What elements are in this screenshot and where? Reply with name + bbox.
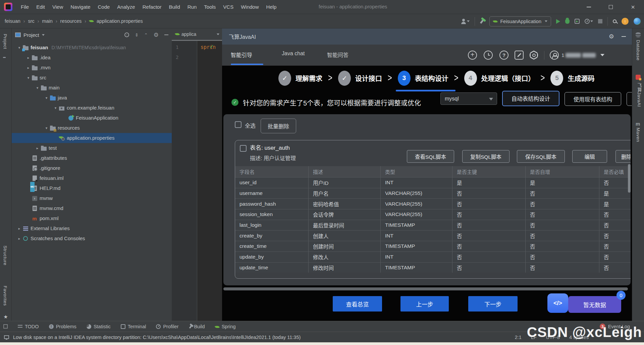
tool-window-button-profiler[interactable]: Profiler bbox=[156, 324, 178, 329]
table-row[interactable]: last_login最后登录时间TIMESTAMP否否否 bbox=[235, 220, 631, 230]
tree-item--idea[interactable]: ▸.idea bbox=[12, 53, 172, 63]
wizard-step-done[interactable]: ✓设计接口 bbox=[338, 71, 382, 86]
table-row[interactable]: update_by修改人INT否否否 bbox=[235, 252, 631, 262]
tree-chevron-icon[interactable]: ▾ bbox=[53, 103, 58, 113]
tree-item-help-md[interactable]: MDHELP.md bbox=[12, 183, 172, 193]
copy-sql-button[interactable]: 复制SQL脚本 bbox=[462, 150, 509, 163]
breadcrumb-item[interactable]: resources bbox=[60, 18, 82, 24]
menu-vcs[interactable]: VCS bbox=[219, 4, 237, 10]
menu-edit[interactable]: Edit bbox=[33, 4, 49, 10]
gear-icon[interactable]: ⚙ bbox=[154, 31, 159, 39]
project-panel-title[interactable]: Project bbox=[23, 32, 39, 38]
maximize-button[interactable] bbox=[600, 0, 622, 14]
horizontal-scrollbar[interactable] bbox=[223, 287, 628, 290]
table-row[interactable]: session_token会话令牌VARCHAR(255)否否否 bbox=[235, 209, 631, 220]
tool-window-button-terminal[interactable]: Terminal bbox=[121, 324, 146, 329]
build-hammer-icon[interactable] bbox=[480, 19, 484, 24]
tree-chevron-icon[interactable]: ▾ bbox=[44, 123, 49, 133]
search-icon[interactable] bbox=[613, 19, 616, 23]
new-session-icon[interactable] bbox=[468, 51, 477, 60]
tree-item-feisuan[interactable]: ▾feisuanD:\MYITEM\ITEM\csdn\java\feisuan bbox=[12, 43, 172, 53]
hide-panel-icon[interactable] bbox=[164, 34, 168, 35]
tree-chevron-icon[interactable]: ▾ bbox=[16, 43, 22, 53]
tool-button-maven[interactable]: Maven bbox=[636, 128, 641, 142]
clipped-button[interactable] bbox=[627, 92, 632, 106]
wizard-step-active[interactable]: 3表结构设计 bbox=[398, 71, 448, 86]
no-data-button[interactable]: 暂无数据 bbox=[568, 296, 621, 313]
tool-window-button-spring[interactable]: Spring bbox=[215, 324, 236, 329]
next-step-button[interactable]: 下一步 bbox=[468, 296, 518, 312]
menu-view[interactable]: View bbox=[49, 4, 67, 10]
caret-position[interactable]: 2:1 bbox=[515, 335, 522, 340]
tool-button-feisuan-javaai[interactable]: 飞算JavaAI bbox=[636, 83, 642, 107]
expand-all-icon[interactable]: ⇕ bbox=[135, 32, 139, 38]
editor-tab[interactable]: applica bbox=[172, 28, 222, 41]
breadcrumb-item[interactable]: application.properties bbox=[97, 18, 143, 24]
menu-file[interactable]: File bbox=[17, 4, 33, 10]
wizard-step-done[interactable]: ✓理解需求 bbox=[278, 71, 322, 86]
help-icon[interactable] bbox=[499, 51, 508, 60]
tool-window-button-statistic[interactable]: Statistic bbox=[87, 324, 111, 329]
profiler-menu[interactable] bbox=[585, 19, 593, 24]
table-row[interactable]: username用户名VARCHAR(255)否否是 bbox=[235, 188, 631, 199]
table-row[interactable]: password_hash密码哈希值VARCHAR(255)否否是 bbox=[235, 198, 631, 209]
view-sql-button[interactable]: 查看SQL脚本 bbox=[407, 150, 454, 163]
menu-analyze[interactable]: Analyze bbox=[113, 4, 139, 10]
menu-navigate[interactable]: Navigate bbox=[67, 4, 94, 10]
user-menu[interactable] bbox=[461, 19, 470, 24]
minimize-button[interactable] bbox=[578, 0, 600, 14]
locate-file-icon[interactable] bbox=[124, 32, 129, 37]
tool-window-button-todo[interactable]: TODO bbox=[18, 324, 39, 329]
tool-button-structure[interactable]: Structure bbox=[3, 246, 8, 265]
close-button[interactable]: × bbox=[622, 0, 644, 14]
menu-refactor[interactable]: Refactor bbox=[139, 4, 165, 10]
tree-item-feisuanapplication[interactable]: FeisuanApplication bbox=[12, 113, 172, 123]
tree-item-resources[interactable]: ▾resources bbox=[12, 123, 172, 133]
tree-chevron-icon[interactable]: ▸ bbox=[16, 233, 22, 244]
tree-item--gitattributes[interactable]: .gitattributes bbox=[12, 153, 172, 163]
table-row[interactable]: create_by创建人INT否否否 bbox=[235, 230, 631, 241]
collapse-all-icon[interactable]: ⌃ bbox=[144, 32, 148, 38]
edit-button[interactable]: 编辑 bbox=[572, 150, 607, 163]
gear-icon[interactable]: ⚙ bbox=[609, 33, 614, 40]
tool-window-button-build[interactable]: Build bbox=[189, 324, 205, 329]
settings-icon[interactable] bbox=[530, 51, 538, 60]
run-configuration-select[interactable]: FeisuanApplication bbox=[489, 16, 551, 26]
tree-item-main[interactable]: ▾main bbox=[12, 83, 172, 93]
chevron-down-icon[interactable] bbox=[600, 54, 604, 56]
code-preview-button[interactable]: </> bbox=[547, 293, 568, 313]
table-row[interactable]: user_id用户IDINT是是否 bbox=[235, 177, 631, 188]
vertical-scrollbar[interactable] bbox=[628, 164, 631, 193]
tool-window-button-problems[interactable]: !Problems bbox=[49, 324, 76, 329]
wizard-step-todo[interactable]: 4处理逻辑（接口） bbox=[464, 71, 535, 86]
run-icon[interactable] bbox=[556, 19, 560, 24]
tree-item-com-example-feisuan[interactable]: ▾com.example.feisuan bbox=[12, 103, 172, 113]
table-row[interactable]: update_time修改时间TIMESTAMP否否否 bbox=[235, 262, 631, 273]
tree-item-mvnw-cmd[interactable]: mvnw.cmd bbox=[12, 203, 172, 213]
tree-item-application-properties[interactable]: application.properties bbox=[12, 133, 172, 143]
tree-item-external-libraries[interactable]: ▸External Libraries bbox=[12, 223, 172, 233]
tree-item-scratches-and-consoles[interactable]: ▸Scratches and Consoles bbox=[12, 233, 172, 244]
table-row[interactable]: create_time创建时间TIMESTAMP否否否 bbox=[235, 241, 631, 252]
tree-chevron-icon[interactable]: ▸ bbox=[25, 63, 31, 73]
wizard-step-todo[interactable]: 5生成源码 bbox=[550, 71, 594, 86]
edit-icon[interactable] bbox=[515, 51, 524, 60]
menu-window[interactable]: Window bbox=[237, 4, 262, 10]
auto-table-design-button[interactable]: 自动表结构设计 bbox=[502, 91, 559, 106]
breadcrumb-item[interactable]: src bbox=[28, 18, 34, 24]
tree-item--gitignore[interactable]: .gitignore bbox=[12, 163, 172, 173]
tree-chevron-icon[interactable]: ▾ bbox=[35, 83, 40, 93]
history-icon[interactable] bbox=[484, 51, 493, 60]
tree-chevron-icon[interactable]: ▾ bbox=[25, 73, 31, 83]
previous-step-button[interactable]: 上一步 bbox=[400, 296, 449, 312]
tree-chevron-icon[interactable]: ▸ bbox=[35, 143, 40, 153]
menu-help[interactable]: Help bbox=[263, 4, 280, 10]
database-type-select[interactable]: mysql bbox=[440, 92, 497, 105]
menu-build[interactable]: Build bbox=[165, 4, 183, 10]
breadcrumb-item[interactable]: main bbox=[42, 18, 52, 24]
select-all-checkbox[interactable] bbox=[235, 121, 241, 128]
hide-panel-icon[interactable] bbox=[622, 36, 626, 37]
tree-chevron-icon[interactable]: ▸ bbox=[16, 223, 22, 233]
tree-item-pom-xml[interactable]: mpom.xml bbox=[12, 213, 172, 223]
save-sql-button[interactable]: 保存SQL脚本 bbox=[517, 150, 565, 163]
